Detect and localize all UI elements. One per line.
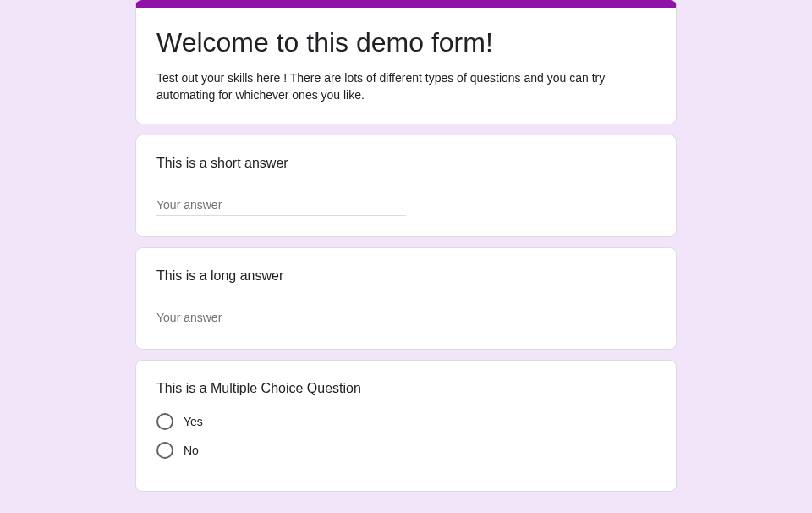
question-title: This is a Multiple Choice Question [156, 381, 656, 396]
long-answer-input[interactable] [156, 307, 656, 328]
short-answer-card: This is a short answer [135, 135, 677, 237]
long-answer-card: This is a long answer [135, 247, 677, 350]
radio-icon [156, 442, 173, 459]
question-title: This is a long answer [156, 268, 656, 284]
short-answer-input[interactable] [156, 195, 406, 216]
form-title: Welcome to this demo form! [156, 25, 656, 59]
radio-label: Yes [184, 415, 203, 428]
radio-icon [156, 413, 173, 430]
multiple-choice-card: This is a Multiple Choice Question Yes N… [135, 360, 677, 492]
form-header-card: Welcome to this demo form! Test out your… [135, 0, 677, 124]
form-container: Welcome to this demo form! Test out your… [135, 0, 677, 492]
form-description: Test out your skills here ! There are lo… [156, 69, 656, 103]
radio-option-no[interactable]: No [156, 442, 656, 459]
radio-option-yes[interactable]: Yes [156, 413, 656, 430]
radio-label: No [184, 444, 199, 457]
question-title: This is a short answer [156, 156, 656, 171]
